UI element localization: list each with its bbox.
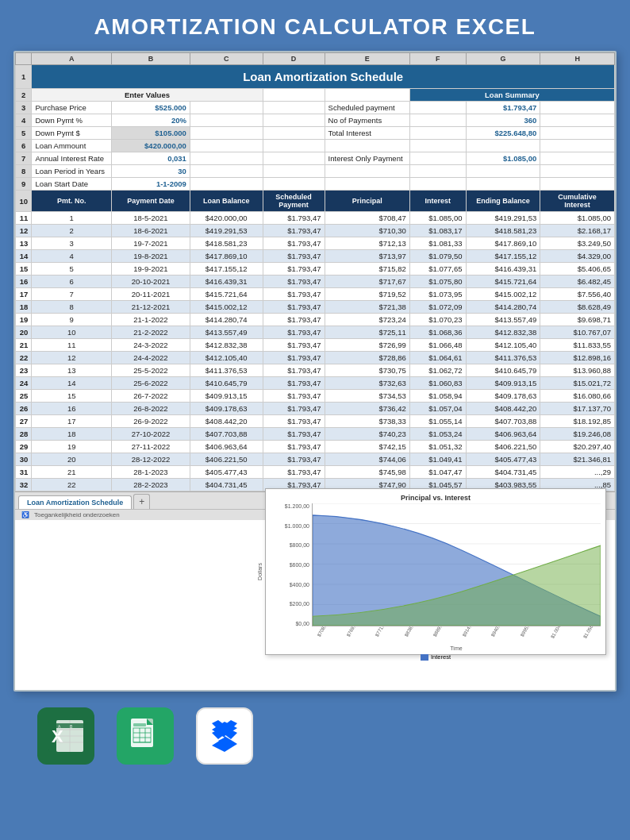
x-label: $889,48 xyxy=(432,626,445,638)
bottom-icons: X A B xyxy=(13,692,617,780)
table-row: 27 17 26-9-2022 $408.442,20 $1.793,47 $7… xyxy=(16,415,615,428)
table-row: 20 10 21-2-2022 $413.557,49 $1.793,47 $7… xyxy=(16,326,615,339)
status-text: Toegankelijkheid onderzoeken xyxy=(34,511,120,518)
sheet-tab[interactable]: Loan Amortization Schedule xyxy=(18,495,132,509)
table-row: 19 9 21-1-2022 $414.280,74 $1.793,47 $72… xyxy=(16,314,615,326)
table-header-row: 10 Pmt. No. Payment Date Loan Balance Sc… xyxy=(16,191,615,212)
add-sheet-button[interactable]: + xyxy=(133,494,150,509)
x-label: $1.004,59 xyxy=(550,626,565,639)
row-3: 3 Purchase Price $525.000 Scheduled paym… xyxy=(16,102,615,114)
spreadsheet-title: Loan Amortization Schedule xyxy=(32,65,615,89)
table-row: 12 2 18-6-2021 $419.291,53 $1.793,47 $71… xyxy=(16,225,615,237)
svg-rect-27 xyxy=(133,723,146,726)
table-row: 28 18 27-10-2022 $407.703,88 $1.793,47 $… xyxy=(16,428,615,441)
x-label: $995,55 xyxy=(520,626,532,638)
chart-panel: Principal vs. Interest $1.200,00 $1.000,… xyxy=(265,488,606,655)
table-row: 15 5 19-9-2021 $417.155,12 $1.793,47 $71… xyxy=(16,263,615,276)
y-label-1000: $1.000,00 xyxy=(285,523,309,529)
table-row: 11 1 18-5-2021 $420.000,00 $1.793,47 $70… xyxy=(16,212,615,225)
excel-icon-box[interactable]: X A B xyxy=(37,707,94,765)
x-label: $708,48 xyxy=(317,626,329,638)
col-header-e: E xyxy=(325,53,409,65)
accessibility-label: ♿ xyxy=(21,511,29,518)
row-2: 2 Enter Values Loan Summary xyxy=(16,89,615,102)
table-row: 29 19 27-11-2022 $406.963,64 $1.793,47 $… xyxy=(16,441,615,453)
col-principal: Principal xyxy=(325,191,409,212)
y-label-1200: $1.200,00 xyxy=(285,503,309,509)
row-9: 9 Loan Start Date 1-1-2009 xyxy=(16,178,615,191)
table-row: 24 14 25-6-2022 $410.645,79 $1.793,47 $7… xyxy=(16,377,615,390)
table-row: 17 7 20-11-2021 $415.721,64 $1.793,47 $7… xyxy=(16,288,615,301)
loan-start-date-label: Loan Start Date xyxy=(32,178,112,191)
column-header-row: A B C D E F G H xyxy=(16,53,615,65)
col-header-b: B xyxy=(112,53,190,65)
col-scheduled-payment: ScheduledPayment xyxy=(263,191,325,212)
svg-rect-34 xyxy=(204,715,245,757)
y-label-800: $800,00 xyxy=(290,542,309,548)
sheets-icon-box[interactable] xyxy=(117,707,174,765)
table-row: 22 12 24-4-2022 $412.105,40 $1.793,47 $7… xyxy=(16,352,615,364)
title-row: 1 Loan Amortization Schedule xyxy=(16,65,615,89)
page-title: AMORTIZATION CALCULATOR EXCEL xyxy=(8,14,622,40)
table-row: 21 11 24-3-2022 $412.832,38 $1.793,47 $7… xyxy=(16,339,615,352)
table-row: 13 3 19-7-2021 $418.581,23 $1.793,47 $71… xyxy=(16,237,615,250)
row-8: 8 Loan Period in Years 30 xyxy=(16,165,615,178)
dropbox-icon-box[interactable] xyxy=(196,707,253,765)
row-5: 5 Down Pymt $ $105.000 Total Interest $2… xyxy=(16,127,615,140)
legend-interest-label: Interest xyxy=(431,653,451,661)
y-label-0: $0,00 xyxy=(295,621,309,626)
loan-summary-label: Loan Summary xyxy=(409,89,614,102)
sheets-icon xyxy=(125,715,166,757)
excel-icon: X A B xyxy=(45,715,86,757)
row-num-1: 1 xyxy=(16,65,32,89)
col-header-g: G xyxy=(466,53,540,65)
annual-interest-rate-label: Annual Interest Rate xyxy=(32,152,112,165)
y-label-600: $600,00 xyxy=(290,562,309,568)
table-row: 16 6 20-10-2021 $416.439,31 $1.793,47 $7… xyxy=(16,276,615,288)
x-label: $940,97 xyxy=(490,626,503,638)
x-label: $838,99 xyxy=(404,626,417,638)
col-header-h: H xyxy=(540,53,615,65)
y-axis-label: Dollars xyxy=(257,563,263,580)
table-row: 25 15 26-7-2022 $409.913,15 $1.793,47 $7… xyxy=(16,390,615,403)
row-4: 4 Down Pymt % 20% No of Payments 360 xyxy=(16,114,615,127)
x-axis-label: Time xyxy=(450,645,462,651)
page-header: AMORTIZATION CALCULATOR EXCEL xyxy=(0,0,630,51)
table-row: 23 13 25-5-2022 $411.376,53 $1.793,47 $7… xyxy=(16,364,615,377)
chart-title: Principal vs. Interest xyxy=(271,494,601,502)
col-pmt-no: Pmt. No. xyxy=(32,191,112,212)
table-row: 14 4 19-8-2021 $417.869,10 $1.793,47 $71… xyxy=(16,250,615,263)
x-label: $1.056,08 xyxy=(582,626,597,639)
y-label-200: $200,00 xyxy=(290,601,309,607)
x-label: $771,45 xyxy=(375,626,387,638)
table-row: 18 8 21-12-2021 $415.002,12 $1.793,47 $7… xyxy=(16,301,615,314)
col-header-a: A xyxy=(32,53,112,65)
col-header-c: C xyxy=(190,53,263,65)
legend-interest: Interest xyxy=(421,653,451,661)
x-label: $914,64 xyxy=(462,626,474,638)
interest-color-swatch xyxy=(421,654,428,661)
spreadsheet: A B C D E F G H 1 Loan Amortization Sche… xyxy=(15,52,615,491)
col-loan-balance: Loan Balance xyxy=(190,191,263,212)
chart-legend: Interest xyxy=(271,653,601,661)
chart-svg xyxy=(313,503,601,626)
row-6: 6 Loan Ammount $420.000,00 xyxy=(16,140,615,152)
col-interest: Interest xyxy=(409,191,466,212)
col-header-f: F xyxy=(409,53,466,65)
enter-values-label: Enter Values xyxy=(32,89,263,102)
row-7: 7 Annual Interest Rate 0,031 Interest On… xyxy=(16,152,615,165)
table-row: 31 21 28-1-2023 $405.477,43 $1.793,47 $7… xyxy=(16,466,615,479)
main-card: A B C D E F G H 1 Loan Amortization Sche… xyxy=(13,51,617,692)
col-header-rownum xyxy=(16,53,32,65)
x-label: $769,84 xyxy=(345,626,358,638)
col-payment-date: Payment Date xyxy=(112,191,190,212)
dropbox-icon xyxy=(204,715,245,757)
table-row: 30 20 28-12-2022 $406.221,50 $1.793,47 $… xyxy=(16,453,615,466)
col-ending-balance: Ending Balance xyxy=(466,191,540,212)
table-row: 26 16 26-8-2022 $409.178,63 $1.793,47 $7… xyxy=(16,403,615,415)
chart-body: $1.200,00 $1.000,00 $800,00 $600,00 $400… xyxy=(271,503,601,626)
col-header-d: D xyxy=(263,53,325,65)
col-cumulative-interest: CumulativeInterest xyxy=(540,191,615,212)
y-label-400: $400,00 xyxy=(290,582,309,588)
